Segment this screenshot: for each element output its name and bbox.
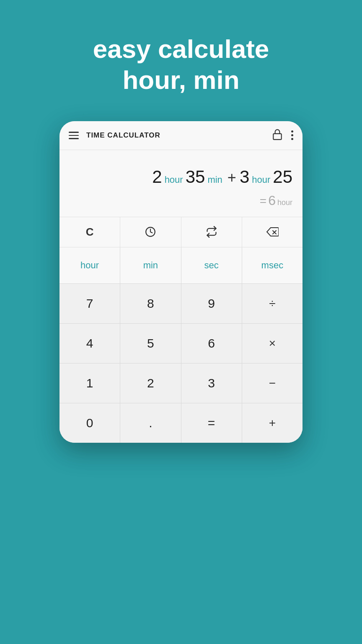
key-3[interactable]: 3: [181, 364, 242, 403]
swap-icon: [206, 226, 217, 238]
expr-operator: +: [228, 168, 236, 188]
result-value: 6: [268, 193, 276, 208]
key-multiply[interactable]: ×: [242, 324, 303, 363]
clear-button[interactable]: C: [59, 217, 120, 247]
display-area: 2 hour 35 min + 3 hour 25 = 6 hour: [59, 150, 303, 217]
min-key[interactable]: min: [120, 247, 181, 283]
keypad-row-456: 4 5 6 ×: [59, 324, 303, 364]
keypad-row-0eq: 0 . = +: [59, 403, 303, 443]
app-title: TIME CALCULATOR: [86, 131, 272, 140]
hero-section: easy calculate hour, min: [68, 0, 295, 96]
msec-key[interactable]: msec: [242, 247, 303, 283]
expr-unit2: min: [207, 174, 222, 186]
expr-unit1: hour: [165, 174, 183, 186]
key-7[interactable]: 7: [59, 284, 120, 323]
key-add[interactable]: +: [242, 403, 303, 443]
result-equals: =: [260, 195, 266, 208]
key-equals[interactable]: =: [181, 403, 242, 443]
key-2[interactable]: 2: [120, 364, 181, 403]
more-options-button[interactable]: [291, 130, 293, 140]
lock-button[interactable]: [272, 129, 283, 142]
app-bar: TIME CALCULATOR: [59, 121, 303, 150]
result-display: = 6 hour: [70, 193, 292, 208]
keypad-row-123: 1 2 3 −: [59, 364, 303, 403]
backspace-icon: [266, 227, 279, 237]
hour-key[interactable]: hour: [59, 247, 120, 283]
clock-icon: [145, 226, 156, 237]
expression-display: 2 hour 35 min + 3 hour 25: [70, 166, 292, 189]
key-5[interactable]: 5: [120, 324, 181, 363]
hero-title: easy calculate hour, min: [68, 34, 295, 96]
sec-key[interactable]: sec: [181, 247, 242, 283]
keypad: hour min sec msec 7 8 9 ÷ 4 5 6 × 1: [59, 247, 303, 443]
key-subtract[interactable]: −: [242, 364, 303, 403]
swap-button[interactable]: [181, 217, 242, 247]
key-8[interactable]: 8: [120, 284, 181, 323]
app-mockup: TIME CALCULATOR 2 hour 35 min + 3 hour 2…: [59, 121, 303, 443]
result-unit: hour: [277, 198, 292, 207]
expr-unit3: hour: [252, 174, 270, 186]
menu-button[interactable]: [69, 132, 79, 139]
key-decimal[interactable]: .: [120, 403, 181, 443]
key-4[interactable]: 4: [59, 324, 120, 363]
clock-button[interactable]: [120, 217, 181, 247]
expr-num3: 3: [240, 166, 249, 189]
key-6[interactable]: 6: [181, 324, 242, 363]
expr-num2: 35: [186, 166, 205, 189]
expr-num1: 2: [152, 166, 162, 189]
backspace-button[interactable]: [242, 217, 303, 247]
unit-row: hour min sec msec: [59, 247, 303, 284]
key-9[interactable]: 9: [181, 284, 242, 323]
svg-rect-0: [273, 134, 281, 140]
keypad-row-789: 7 8 9 ÷: [59, 284, 303, 324]
function-row: C: [59, 217, 303, 247]
expr-num4: 25: [273, 166, 292, 189]
key-divide[interactable]: ÷: [242, 284, 303, 323]
key-0[interactable]: 0: [59, 403, 120, 443]
key-1[interactable]: 1: [59, 364, 120, 403]
